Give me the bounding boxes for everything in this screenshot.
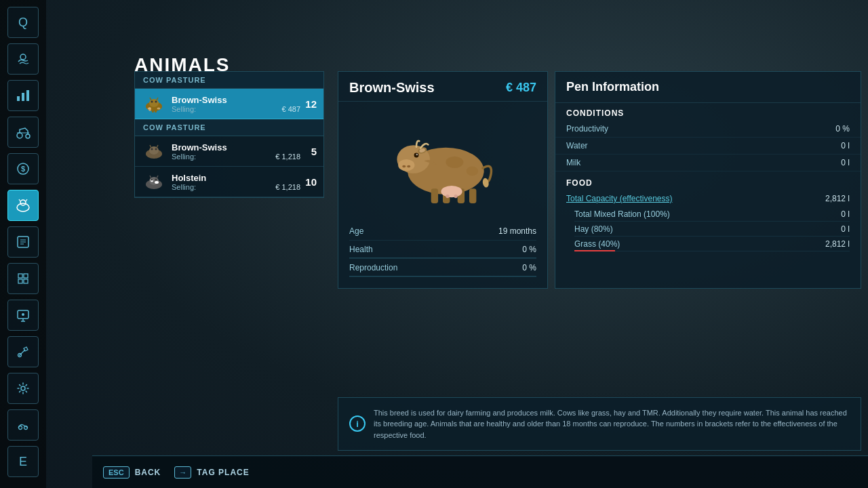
animal-row-holstein[interactable]: Holstein Selling: € 1,218 10 (135, 167, 323, 197)
svg-point-54 (446, 195, 449, 198)
pen-stat-value-productivity: 0 % (835, 124, 850, 134)
tools-icon (16, 344, 31, 359)
svg-point-55 (454, 195, 457, 198)
sidebar-btn-tractor[interactable] (7, 117, 39, 148)
sidebar-btn-e[interactable]: E (7, 446, 39, 477)
animal-price-2: € 1,218 (275, 152, 300, 161)
cow-header: Brown-Swiss € 487 (338, 72, 547, 102)
food-sub-value-tmr: 0 l (841, 209, 850, 219)
animal-price-3: € 1,218 (275, 183, 300, 191)
svg-point-33 (155, 148, 157, 150)
pen-stat-label-productivity: Productivity (566, 124, 608, 134)
pen-stat-value-milk: 0 l (841, 158, 850, 167)
cow-price: € 487 (506, 81, 536, 95)
sidebar-btn-machines[interactable] (7, 263, 39, 294)
conditions-header: CONDITIONS (555, 103, 861, 121)
svg-point-23 (151, 101, 153, 103)
svg-rect-1 (17, 96, 20, 101)
sidebar-btn-money[interactable]: $ (7, 153, 39, 184)
stat-label-age: Age (349, 226, 363, 236)
svg-point-29 (149, 107, 151, 111)
svg-point-5 (26, 134, 30, 138)
back-label: BACK (135, 468, 161, 477)
sidebar-btn-stats[interactable] (7, 80, 39, 111)
svg-point-42 (398, 159, 414, 171)
svg-point-38 (151, 179, 153, 181)
svg-point-18 (21, 386, 25, 390)
animal-row-brown-swiss-selected[interactable]: Brown-Swiss Selling: € 487 12 (135, 89, 323, 119)
animal-price-1: € 487 (281, 105, 300, 113)
svg-point-39 (155, 179, 157, 181)
food-total-row: Total Capacity (effectiveness) 2,812 l (555, 190, 861, 207)
esc-key: ESC (103, 466, 130, 479)
food-sub-row-grass: Grass (40%) 2,812 l (555, 237, 861, 251)
info-box: i This breed is used for dairy farming a… (338, 397, 861, 451)
animal-selling-label-2: Selling: (172, 152, 196, 161)
animal-list-panel: COW PASTURE Brown-Swiss (134, 71, 324, 198)
pen-stat-label-water: Water (566, 141, 588, 150)
food-sub-label-tmr: Total Mixed Ration (100%) (574, 209, 670, 219)
tasks-icon (16, 235, 31, 249)
animal-count-3: 10 (300, 176, 317, 188)
food-total-label: Total Capacity (effectiveness) (566, 194, 673, 203)
svg-point-43 (402, 165, 406, 167)
food-sub-label-hay: Hay (80%) (574, 224, 613, 234)
svg-point-46 (416, 154, 418, 156)
back-button[interactable]: ESC BACK (103, 466, 161, 479)
food-total-value: 2,812 l (825, 194, 850, 203)
pen-stat-row-water: Water 0 l (555, 138, 861, 155)
food-sub-label-grass: Grass (40%) (574, 239, 620, 249)
svg-rect-14 (24, 279, 28, 283)
svg-point-26 (157, 108, 161, 110)
animal-selling-label-1: Selling: (172, 105, 196, 113)
svg-rect-27 (152, 110, 154, 113)
animal-info-1: Brown-Swiss Selling: € 487 (172, 95, 300, 113)
svg-point-57 (446, 157, 463, 168)
tag-place-button[interactable]: → TAG PLACE (174, 466, 249, 479)
sidebar-btn-animals[interactable] (7, 190, 39, 221)
svg-rect-11 (18, 274, 22, 278)
arrow-key: → (174, 466, 191, 479)
settings-icon (16, 381, 31, 396)
stats-icon (16, 89, 31, 102)
svg-point-8 (17, 203, 29, 211)
cow-image-area (338, 102, 547, 217)
svg-rect-12 (24, 274, 28, 278)
tractor-icon (14, 125, 32, 139)
sidebar-btn-settings[interactable] (7, 373, 39, 404)
sidebar-btn-scout[interactable] (7, 300, 39, 331)
scout-icon (16, 308, 31, 323)
weather-icon (16, 52, 31, 66)
svg-point-24 (155, 101, 157, 103)
detail-container: Brown-Swiss € 487 (338, 71, 861, 289)
machines-icon (16, 271, 31, 286)
cow-stats: Age 19 months Health 0 % Reproduction 0 … (338, 217, 547, 288)
sidebar-btn-weather[interactable] (7, 43, 39, 75)
cow-icon-2 (142, 142, 166, 161)
sidebar-btn-q[interactable]: Q (7, 7, 39, 38)
pen-stat-row-milk: Milk 0 l (555, 155, 861, 171)
tag-place-label: TAG PLACE (197, 468, 249, 477)
svg-rect-2 (22, 93, 24, 101)
sidebar-btn-farm[interactable] (7, 409, 39, 441)
sidebar-btn-tools[interactable] (7, 336, 39, 367)
stat-label-reproduction: Reproduction (349, 263, 397, 272)
e-icon: E (19, 455, 27, 469)
svg-point-16 (22, 313, 24, 316)
stat-value-health: 0 % (522, 245, 536, 254)
cow-pasture-header-1: COW PASTURE (135, 72, 323, 89)
sidebar-btn-tasks[interactable] (7, 226, 39, 258)
animals-icon (14, 198, 33, 213)
stat-value-reproduction: 0 % (522, 263, 536, 272)
animal-name-1: Brown-Swiss (172, 95, 300, 105)
info-text: This breed is used for dairy farming and… (374, 407, 850, 441)
animal-info-3: Holstein Selling: € 1,218 (172, 173, 300, 191)
pen-header: Pen Information (555, 72, 861, 103)
food-sub-row-tmr: Total Mixed Ration (100%) 0 l (555, 207, 861, 222)
animal-row-brown-swiss-2[interactable]: Brown-Swiss Selling: € 1,218 5 (135, 136, 323, 167)
svg-point-53 (441, 186, 462, 197)
svg-point-58 (467, 166, 478, 176)
cow-icon-1 (142, 94, 166, 113)
svg-text:$: $ (21, 165, 25, 173)
info-icon: i (349, 415, 366, 432)
